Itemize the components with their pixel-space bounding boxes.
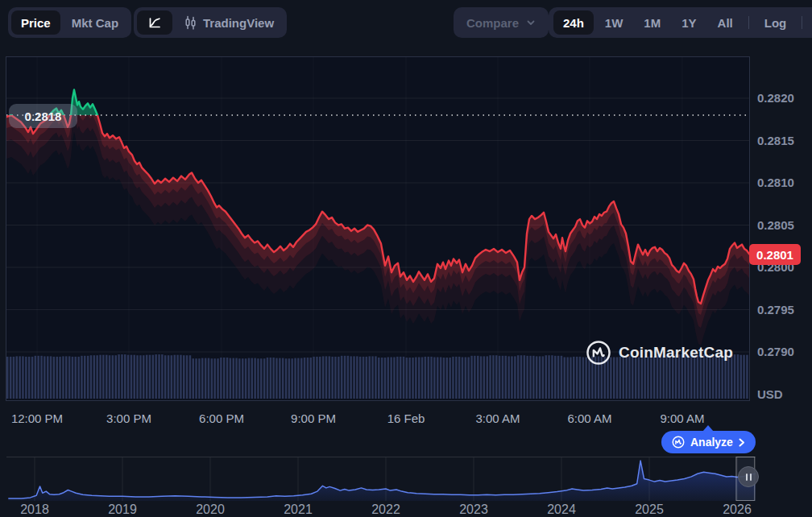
- open-price-value: 0.2818: [25, 110, 62, 123]
- navigator-year-label: 2023: [459, 503, 488, 517]
- range-1y[interactable]: 1Y: [672, 10, 706, 35]
- navigator-range-handle[interactable]: [738, 466, 759, 487]
- navigator-year-label: 2018: [20, 503, 49, 517]
- x-axis-label: 9:00 AM: [660, 412, 704, 425]
- range-24h[interactable]: 24h: [553, 10, 594, 35]
- mktcap-tab-label: Mkt Cap: [72, 16, 118, 30]
- x-axis-label: 16 Feb: [387, 412, 425, 425]
- navigator-year-label: 2021: [284, 503, 313, 517]
- x-axis-label: 9:00 PM: [291, 412, 336, 425]
- x-axis-label: 3:00 PM: [106, 412, 151, 425]
- navigator-year-label: 2026: [723, 503, 752, 517]
- navigator-year-label: 2024: [547, 503, 576, 517]
- navigator-year-label: 2020: [196, 503, 225, 517]
- price-mktcap-toggle: Price Mkt Cap: [8, 7, 131, 38]
- range-all-label: All: [718, 16, 733, 30]
- divider: [748, 16, 749, 29]
- last-price-badge: 0.2801: [749, 244, 801, 265]
- y-axis-label: 0.2820: [757, 91, 794, 105]
- x-axis-label: 6:00 AM: [567, 412, 611, 425]
- compare-button[interactable]: Compare: [454, 7, 549, 38]
- watermark-text: CoinMarketCap: [619, 344, 733, 362]
- y-axis-label: 0.2795: [757, 303, 794, 316]
- open-price-pill: 0.2818: [9, 104, 77, 128]
- navigator-svg: [6, 457, 756, 501]
- x-axis-label: 6:00 PM: [199, 412, 244, 425]
- range-selector: 24h 1W 1M 1Y All Log: [549, 7, 812, 38]
- price-tab-label: Price: [21, 16, 51, 30]
- navigator-year-label: 2022: [371, 503, 400, 517]
- navigator-year-label: 2019: [108, 503, 137, 517]
- navigator-year-label: 2025: [635, 503, 664, 517]
- x-axis-label: 3:00 AM: [475, 412, 520, 425]
- range-1w[interactable]: 1W: [595, 10, 633, 35]
- chevron-down-icon: [526, 18, 536, 27]
- y-axis-label: 0.2815: [757, 134, 794, 147]
- price-tab[interactable]: Price: [11, 10, 60, 35]
- coinmarketcap-logo-icon: [586, 340, 611, 366]
- analyze-label: Analyze: [690, 436, 733, 449]
- analyze-logo-icon: [672, 436, 685, 449]
- chart-type-toggle: TradingView: [134, 7, 287, 38]
- y-axis-label: 0.2790: [757, 345, 794, 358]
- range-1w-label: 1W: [605, 16, 624, 30]
- chevron-right-icon: [739, 438, 745, 447]
- mktcap-tab[interactable]: Mkt Cap: [62, 10, 128, 35]
- last-price-value: 0.2801: [756, 248, 793, 262]
- timeline-navigator[interactable]: [6, 457, 756, 501]
- log-scale-toggle[interactable]: Log: [755, 10, 797, 35]
- tradingview-label: TradingView: [203, 16, 274, 30]
- range-all[interactable]: All: [708, 10, 743, 35]
- chart-settings-button[interactable]: [808, 10, 812, 35]
- range-24h-label: 24h: [563, 16, 584, 30]
- range-1m-label: 1M: [644, 16, 661, 30]
- analyze-button[interactable]: Analyze: [661, 431, 756, 453]
- coinmarketcap-watermark: CoinMarketCap: [586, 340, 733, 366]
- y-axis-unit-label: USD: [757, 387, 783, 401]
- compare-label: Compare: [466, 16, 519, 30]
- tradingview-chart-type-button[interactable]: TradingView: [174, 10, 284, 35]
- range-1m[interactable]: 1M: [634, 10, 670, 35]
- line-chart-icon: [147, 15, 162, 30]
- log-label: Log: [764, 16, 787, 30]
- range-1y-label: 1Y: [682, 16, 696, 30]
- x-axis-label: 12:00 PM: [11, 412, 63, 425]
- candlestick-icon: [184, 15, 197, 30]
- line-chart-type-button[interactable]: [137, 10, 172, 35]
- y-axis-label: 0.2805: [757, 218, 794, 232]
- divider: [802, 16, 802, 29]
- y-axis-label: 0.2810: [757, 176, 794, 189]
